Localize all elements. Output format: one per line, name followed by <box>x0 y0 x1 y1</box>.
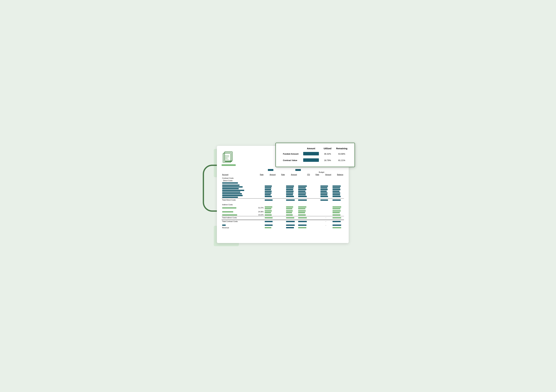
indirect-rate-1: 31.37% <box>255 206 264 210</box>
indirect-rate-2: 24.36% <box>255 210 264 214</box>
th-budget-amount: Amount <box>320 173 332 176</box>
row1-account <box>222 182 255 184</box>
revenue-label-row: Revenue <box>222 226 344 229</box>
popup-funded-remaining: 63.68% <box>334 151 350 157</box>
indirect-row-2: 24.36% <box>222 210 344 214</box>
table-row <box>222 182 344 184</box>
th-itd: ITD <box>298 173 310 176</box>
svg-rect-0 <box>224 152 232 161</box>
total-contract-costs-row: Total Contract Costs - <box>222 220 344 223</box>
indirect-rate-3: 13.21% <box>255 214 264 216</box>
total-indirect-costs-row: Total Indirect Costs - <box>222 216 344 219</box>
section-contract-costs: Contract Costs <box>222 176 344 179</box>
total-direct-costs-label: Total Direct Costs <box>222 198 255 201</box>
th-amount-1: Amount <box>264 173 276 176</box>
total-contract-dash: - <box>320 220 332 223</box>
group-indicator-1 <box>268 169 273 171</box>
popup-header-amount: Amount <box>301 146 321 151</box>
th-rate-1: Rate <box>255 173 264 176</box>
total-direct-costs-row: Total Direct Costs <box>222 198 344 201</box>
page-wrapper: Amount Utilized Remaining Funded Amount … <box>208 141 349 251</box>
th-amount-2: Amount <box>286 173 298 176</box>
th-budget-rate: Rate <box>310 173 320 176</box>
revenue-dash: - <box>320 224 332 226</box>
svg-rect-1 <box>224 153 231 162</box>
logo-underline <box>222 164 236 166</box>
report-table: Account Rate Amount Rate Amount ITD Rate… <box>222 173 344 229</box>
budget-group-label: Budget <box>222 171 344 173</box>
budget-label-text: Budget <box>319 171 324 173</box>
popup-funded-utilized: 36.32% <box>321 151 334 157</box>
revenue-label: Revenue <box>222 226 255 229</box>
th-balance: Balance <box>332 173 344 176</box>
th-account: Account <box>222 173 255 176</box>
th-rate-2: Rate <box>276 173 286 176</box>
logo-icon <box>222 151 239 166</box>
group-indicator-2 <box>295 169 301 171</box>
group-indicators <box>222 169 344 171</box>
popup-contract-bar <box>301 157 321 164</box>
popup-funded-bar <box>301 151 321 157</box>
svg-rect-7 <box>225 161 232 162</box>
total-indirect-costs-label: Total Indirect Costs <box>222 216 255 219</box>
table-row <box>222 184 344 198</box>
popup-contract-remaining: 81.21% <box>334 157 350 164</box>
popup-funded-label: Funded Amount <box>281 151 301 157</box>
popup-contract-label: Contract Value <box>281 157 301 164</box>
revenue-row: - <box>222 224 344 226</box>
popup-card: Amount Utilized Remaining Funded Amount … <box>275 143 355 167</box>
popup-header-utilized: Utilized <box>321 146 334 151</box>
popup-empty-header <box>281 146 301 151</box>
total-indirect-dash: - <box>320 216 332 219</box>
indirect-row-1: 31.37% <box>222 206 344 210</box>
subsection-direct-costs: Direct Costs <box>222 179 344 182</box>
indirect-costs-label: Indirect Costs <box>222 203 255 206</box>
indirect-row-3: 13.21% <box>222 214 344 216</box>
popup-contract-utilized: 18.79% <box>321 157 334 164</box>
popup-header-remaining: Remaining <box>334 146 350 151</box>
total-contract-costs-label: Total Contract Costs <box>222 220 255 223</box>
main-card: Amount Utilized Remaining Funded Amount … <box>217 146 349 243</box>
